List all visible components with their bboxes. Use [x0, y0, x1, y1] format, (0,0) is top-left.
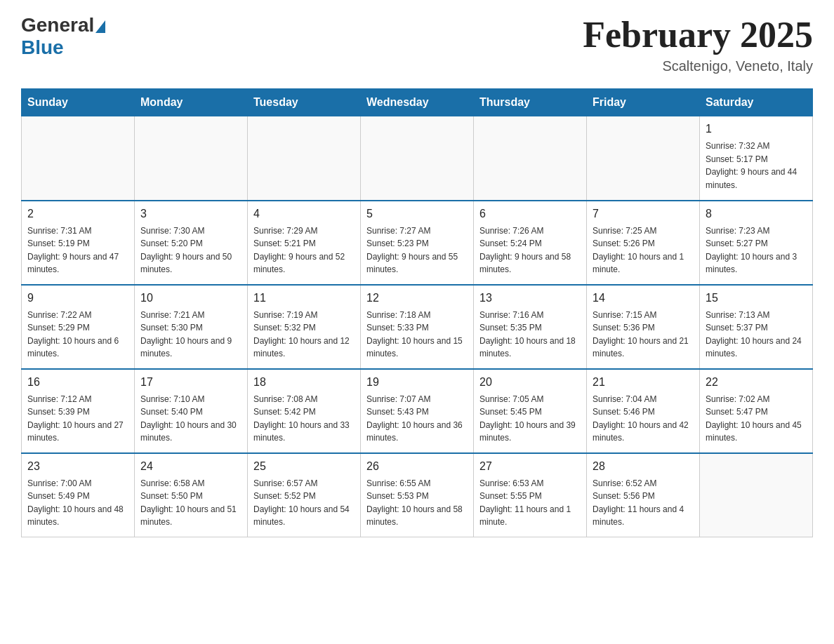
calendar-day-cell: 28Sunrise: 6:52 AM Sunset: 5:56 PM Dayli…	[587, 453, 700, 537]
weekday-header-friday: Friday	[587, 89, 700, 116]
logo-general-text: General	[21, 14, 94, 36]
calendar-table: SundayMondayTuesdayWednesdayThursdayFrid…	[21, 88, 813, 537]
weekday-header-thursday: Thursday	[474, 89, 587, 116]
day-number: 16	[27, 374, 128, 391]
calendar-day-cell: 7Sunrise: 7:25 AM Sunset: 5:26 PM Daylig…	[587, 201, 700, 285]
day-info: Sunrise: 7:21 AM Sunset: 5:30 PM Dayligh…	[140, 309, 241, 361]
day-info: Sunrise: 7:02 AM Sunset: 5:47 PM Dayligh…	[706, 393, 807, 445]
weekday-header-tuesday: Tuesday	[248, 89, 361, 116]
day-info: Sunrise: 7:18 AM Sunset: 5:33 PM Dayligh…	[366, 309, 468, 361]
calendar-day-cell: 6Sunrise: 7:26 AM Sunset: 5:24 PM Daylig…	[474, 201, 587, 285]
calendar-day-cell: 1Sunrise: 7:32 AM Sunset: 5:17 PM Daylig…	[700, 116, 813, 201]
day-number: 6	[479, 206, 581, 222]
day-number: 9	[27, 290, 128, 307]
day-number: 26	[366, 458, 468, 475]
calendar-day-cell: 24Sunrise: 6:58 AM Sunset: 5:50 PM Dayli…	[135, 453, 248, 537]
calendar-day-cell: 10Sunrise: 7:21 AM Sunset: 5:30 PM Dayli…	[135, 285, 248, 369]
day-info: Sunrise: 7:19 AM Sunset: 5:32 PM Dayligh…	[253, 309, 355, 361]
calendar-day-cell: 3Sunrise: 7:30 AM Sunset: 5:20 PM Daylig…	[135, 201, 248, 285]
calendar-day-cell: 11Sunrise: 7:19 AM Sunset: 5:32 PM Dayli…	[248, 285, 361, 369]
calendar-day-cell: 27Sunrise: 6:53 AM Sunset: 5:55 PM Dayli…	[474, 453, 587, 537]
calendar-day-cell: 9Sunrise: 7:22 AM Sunset: 5:29 PM Daylig…	[22, 285, 135, 369]
day-number: 3	[140, 206, 241, 222]
day-info: Sunrise: 7:07 AM Sunset: 5:43 PM Dayligh…	[366, 393, 468, 445]
calendar-day-cell	[248, 116, 361, 201]
calendar-day-cell: 5Sunrise: 7:27 AM Sunset: 5:23 PM Daylig…	[361, 201, 474, 285]
day-info: Sunrise: 7:04 AM Sunset: 5:46 PM Dayligh…	[593, 393, 694, 445]
calendar-day-cell: 21Sunrise: 7:04 AM Sunset: 5:46 PM Dayli…	[587, 369, 700, 453]
day-info: Sunrise: 6:58 AM Sunset: 5:50 PM Dayligh…	[140, 477, 241, 529]
day-info: Sunrise: 6:53 AM Sunset: 5:55 PM Dayligh…	[479, 477, 581, 529]
calendar-day-cell	[587, 116, 700, 201]
calendar-day-cell	[700, 453, 813, 537]
weekday-header-wednesday: Wednesday	[361, 89, 474, 116]
weekday-header-saturday: Saturday	[700, 89, 813, 116]
calendar-day-cell: 19Sunrise: 7:07 AM Sunset: 5:43 PM Dayli…	[361, 369, 474, 453]
day-info: Sunrise: 7:27 AM Sunset: 5:23 PM Dayligh…	[366, 224, 468, 276]
day-number: 25	[253, 458, 355, 475]
day-info: Sunrise: 6:52 AM Sunset: 5:56 PM Dayligh…	[593, 477, 694, 529]
logo: General Blue	[21, 14, 105, 59]
calendar-day-cell: 18Sunrise: 7:08 AM Sunset: 5:42 PM Dayli…	[248, 369, 361, 453]
calendar-day-cell: 22Sunrise: 7:02 AM Sunset: 5:47 PM Dayli…	[700, 369, 813, 453]
month-title: February 2025	[583, 14, 813, 55]
day-info: Sunrise: 7:16 AM Sunset: 5:35 PM Dayligh…	[479, 309, 581, 361]
day-number: 23	[27, 458, 128, 475]
day-number: 24	[140, 458, 241, 475]
calendar-week-row: 2Sunrise: 7:31 AM Sunset: 5:19 PM Daylig…	[22, 201, 813, 285]
day-number: 14	[593, 290, 694, 307]
day-number: 20	[479, 374, 581, 391]
day-info: Sunrise: 7:31 AM Sunset: 5:19 PM Dayligh…	[27, 224, 128, 276]
calendar-day-cell	[22, 116, 135, 201]
calendar-day-cell	[474, 116, 587, 201]
day-info: Sunrise: 6:57 AM Sunset: 5:52 PM Dayligh…	[253, 477, 355, 529]
calendar-day-cell: 8Sunrise: 7:23 AM Sunset: 5:27 PM Daylig…	[700, 201, 813, 285]
day-number: 13	[479, 290, 581, 307]
day-number: 1	[706, 121, 807, 137]
calendar-week-row: 23Sunrise: 7:00 AM Sunset: 5:49 PM Dayli…	[22, 453, 813, 537]
calendar-day-cell: 4Sunrise: 7:29 AM Sunset: 5:21 PM Daylig…	[248, 201, 361, 285]
day-info: Sunrise: 7:25 AM Sunset: 5:26 PM Dayligh…	[593, 224, 694, 276]
calendar-day-cell: 26Sunrise: 6:55 AM Sunset: 5:53 PM Dayli…	[361, 453, 474, 537]
day-number: 12	[366, 290, 468, 307]
logo-triangle-icon	[95, 20, 105, 33]
day-number: 17	[140, 374, 241, 391]
day-number: 2	[27, 206, 128, 222]
calendar-day-cell: 25Sunrise: 6:57 AM Sunset: 5:52 PM Dayli…	[248, 453, 361, 537]
calendar-day-cell: 15Sunrise: 7:13 AM Sunset: 5:37 PM Dayli…	[700, 285, 813, 369]
day-number: 19	[366, 374, 468, 391]
calendar-day-cell: 12Sunrise: 7:18 AM Sunset: 5:33 PM Dayli…	[361, 285, 474, 369]
weekday-header-monday: Monday	[135, 89, 248, 116]
day-number: 10	[140, 290, 241, 307]
day-info: Sunrise: 7:13 AM Sunset: 5:37 PM Dayligh…	[706, 309, 807, 361]
day-info: Sunrise: 7:22 AM Sunset: 5:29 PM Dayligh…	[27, 309, 128, 361]
day-info: Sunrise: 7:26 AM Sunset: 5:24 PM Dayligh…	[479, 224, 581, 276]
day-number: 27	[479, 458, 581, 475]
location-text: Scaltenigo, Veneto, Italy	[583, 58, 813, 74]
calendar-week-row: 9Sunrise: 7:22 AM Sunset: 5:29 PM Daylig…	[22, 285, 813, 369]
day-number: 28	[593, 458, 694, 475]
calendar-day-cell: 16Sunrise: 7:12 AM Sunset: 5:39 PM Dayli…	[22, 369, 135, 453]
calendar-week-row: 1Sunrise: 7:32 AM Sunset: 5:17 PM Daylig…	[22, 116, 813, 201]
day-info: Sunrise: 7:30 AM Sunset: 5:20 PM Dayligh…	[140, 224, 241, 276]
calendar-day-cell: 13Sunrise: 7:16 AM Sunset: 5:35 PM Dayli…	[474, 285, 587, 369]
day-info: Sunrise: 6:55 AM Sunset: 5:53 PM Dayligh…	[366, 477, 468, 529]
weekday-header-row: SundayMondayTuesdayWednesdayThursdayFrid…	[22, 89, 813, 116]
calendar-day-cell	[361, 116, 474, 201]
calendar-day-cell: 20Sunrise: 7:05 AM Sunset: 5:45 PM Dayli…	[474, 369, 587, 453]
day-info: Sunrise: 7:32 AM Sunset: 5:17 PM Dayligh…	[706, 140, 807, 192]
calendar-day-cell: 23Sunrise: 7:00 AM Sunset: 5:49 PM Dayli…	[22, 453, 135, 537]
calendar-day-cell: 14Sunrise: 7:15 AM Sunset: 5:36 PM Dayli…	[587, 285, 700, 369]
day-number: 7	[593, 206, 694, 222]
day-number: 15	[706, 290, 807, 307]
calendar-day-cell: 17Sunrise: 7:10 AM Sunset: 5:40 PM Dayli…	[135, 369, 248, 453]
day-info: Sunrise: 7:12 AM Sunset: 5:39 PM Dayligh…	[27, 393, 128, 445]
weekday-header-sunday: Sunday	[22, 89, 135, 116]
day-number: 4	[253, 206, 355, 222]
day-number: 8	[706, 206, 807, 222]
title-section: February 2025 Scaltenigo, Veneto, Italy	[583, 14, 813, 74]
day-number: 11	[253, 290, 355, 307]
day-info: Sunrise: 7:00 AM Sunset: 5:49 PM Dayligh…	[27, 477, 128, 529]
day-info: Sunrise: 7:23 AM Sunset: 5:27 PM Dayligh…	[706, 224, 807, 276]
day-info: Sunrise: 7:10 AM Sunset: 5:40 PM Dayligh…	[140, 393, 241, 445]
